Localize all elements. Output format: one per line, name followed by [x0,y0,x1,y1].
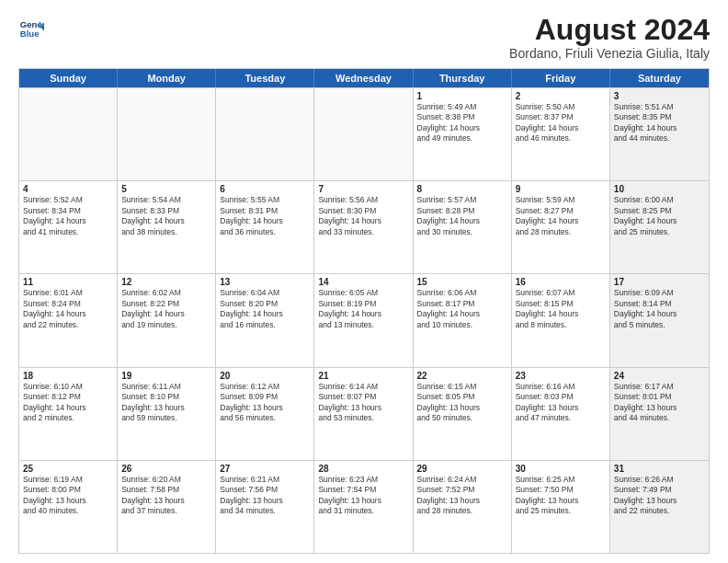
weekday-header-sunday: Sunday [19,69,118,87]
calendar-row-5: 25Sunrise: 6:19 AM Sunset: 8:00 PM Dayli… [19,460,709,553]
day-cell-24: 24Sunrise: 6:17 AM Sunset: 8:01 PM Dayli… [610,368,709,460]
day-cell-11: 11Sunrise: 6:01 AM Sunset: 8:24 PM Dayli… [19,274,118,366]
day-info: Sunrise: 6:14 AM Sunset: 8:07 PM Dayligh… [318,382,408,424]
day-number: 31 [614,464,705,474]
day-number: 21 [318,371,408,381]
month-title: August 2024 [509,15,710,44]
day-number: 10 [614,184,705,194]
header: General Blue August 2024 Bordano, Friuli… [18,15,710,61]
day-info: Sunrise: 6:26 AM Sunset: 7:49 PM Dayligh… [614,475,705,517]
day-info: Sunrise: 6:10 AM Sunset: 8:12 PM Dayligh… [23,382,113,424]
day-info: Sunrise: 6:11 AM Sunset: 8:10 PM Dayligh… [121,382,211,424]
day-number: 17 [614,277,705,287]
day-cell-26: 26Sunrise: 6:20 AM Sunset: 7:58 PM Dayli… [118,461,216,553]
day-info: Sunrise: 5:55 AM Sunset: 8:31 PM Dayligh… [220,195,310,237]
weekday-header-wednesday: Wednesday [314,69,413,87]
day-cell-7: 7Sunrise: 5:56 AM Sunset: 8:30 PM Daylig… [314,181,413,273]
day-info: Sunrise: 5:54 AM Sunset: 8:33 PM Dayligh… [121,195,211,237]
day-cell-17: 17Sunrise: 6:09 AM Sunset: 8:14 PM Dayli… [610,274,709,366]
day-number: 27 [220,464,310,474]
day-info: Sunrise: 6:06 AM Sunset: 8:17 PM Dayligh… [417,288,507,330]
day-number: 14 [318,277,408,287]
day-info: Sunrise: 5:57 AM Sunset: 8:28 PM Dayligh… [417,195,507,237]
day-number: 18 [23,371,113,381]
day-info: Sunrise: 6:16 AM Sunset: 8:03 PM Dayligh… [516,382,606,424]
empty-cell [19,88,118,180]
day-info: Sunrise: 5:56 AM Sunset: 8:30 PM Dayligh… [318,195,408,237]
day-number: 6 [220,184,310,194]
svg-text:Blue: Blue [20,29,40,39]
day-number: 20 [220,371,310,381]
weekday-header-friday: Friday [512,69,610,87]
calendar-header: SundayMondayTuesdayWednesdayThursdayFrid… [19,69,709,87]
day-info: Sunrise: 5:50 AM Sunset: 8:37 PM Dayligh… [516,102,606,144]
weekday-header-monday: Monday [118,69,216,87]
day-cell-1: 1Sunrise: 5:49 AM Sunset: 8:38 PM Daylig… [414,88,512,180]
day-number: 22 [417,371,507,381]
day-info: Sunrise: 6:21 AM Sunset: 7:56 PM Dayligh… [220,475,310,517]
day-info: Sunrise: 6:24 AM Sunset: 7:52 PM Dayligh… [417,475,507,517]
subtitle: Bordano, Friuli Venezia Giulia, Italy [509,46,710,61]
day-cell-25: 25Sunrise: 6:19 AM Sunset: 8:00 PM Dayli… [19,461,118,553]
day-cell-13: 13Sunrise: 6:04 AM Sunset: 8:20 PM Dayli… [216,274,314,366]
day-cell-5: 5Sunrise: 5:54 AM Sunset: 8:33 PM Daylig… [118,181,216,273]
day-cell-28: 28Sunrise: 6:23 AM Sunset: 7:54 PM Dayli… [314,461,413,553]
day-number: 11 [23,277,113,287]
day-info: Sunrise: 6:00 AM Sunset: 8:25 PM Dayligh… [614,195,705,237]
day-info: Sunrise: 6:20 AM Sunset: 7:58 PM Dayligh… [121,475,211,517]
day-info: Sunrise: 6:01 AM Sunset: 8:24 PM Dayligh… [23,288,113,330]
empty-cell [314,88,413,180]
calendar-row-1: 1Sunrise: 5:49 AM Sunset: 8:38 PM Daylig… [19,87,709,180]
day-info: Sunrise: 6:05 AM Sunset: 8:19 PM Dayligh… [318,288,408,330]
empty-cell [216,88,314,180]
day-number: 2 [516,91,606,101]
logo-icon: General Blue [18,15,44,40]
day-info: Sunrise: 6:23 AM Sunset: 7:54 PM Dayligh… [318,475,408,517]
day-info: Sunrise: 6:09 AM Sunset: 8:14 PM Dayligh… [614,288,705,330]
day-number: 15 [417,277,507,287]
day-info: Sunrise: 5:59 AM Sunset: 8:27 PM Dayligh… [516,195,606,237]
day-cell-21: 21Sunrise: 6:14 AM Sunset: 8:07 PM Dayli… [314,368,413,460]
title-block: August 2024 Bordano, Friuli Venezia Giul… [509,15,710,61]
day-number: 26 [121,464,211,474]
calendar: SundayMondayTuesdayWednesdayThursdayFrid… [18,68,710,554]
day-info: Sunrise: 5:49 AM Sunset: 8:38 PM Dayligh… [417,102,507,144]
day-number: 4 [23,184,113,194]
day-number: 28 [318,464,408,474]
weekday-header-tuesday: Tuesday [216,69,314,87]
day-cell-19: 19Sunrise: 6:11 AM Sunset: 8:10 PM Dayli… [118,368,216,460]
day-cell-9: 9Sunrise: 5:59 AM Sunset: 8:27 PM Daylig… [512,181,610,273]
day-cell-2: 2Sunrise: 5:50 AM Sunset: 8:37 PM Daylig… [512,88,610,180]
day-info: Sunrise: 6:25 AM Sunset: 7:50 PM Dayligh… [516,475,606,517]
calendar-row-3: 11Sunrise: 6:01 AM Sunset: 8:24 PM Dayli… [19,273,709,366]
day-cell-27: 27Sunrise: 6:21 AM Sunset: 7:56 PM Dayli… [216,461,314,553]
day-number: 16 [516,277,606,287]
weekday-header-thursday: Thursday [414,69,512,87]
day-number: 30 [516,464,606,474]
weekday-header-saturday: Saturday [610,69,709,87]
day-number: 25 [23,464,113,474]
day-cell-6: 6Sunrise: 5:55 AM Sunset: 8:31 PM Daylig… [216,181,314,273]
day-number: 1 [417,91,507,101]
day-number: 8 [417,184,507,194]
day-info: Sunrise: 6:19 AM Sunset: 8:00 PM Dayligh… [23,475,113,517]
day-cell-20: 20Sunrise: 6:12 AM Sunset: 8:09 PM Dayli… [216,368,314,460]
day-info: Sunrise: 6:04 AM Sunset: 8:20 PM Dayligh… [220,288,310,330]
day-number: 5 [121,184,211,194]
calendar-row-4: 18Sunrise: 6:10 AM Sunset: 8:12 PM Dayli… [19,367,709,460]
day-info: Sunrise: 6:02 AM Sunset: 8:22 PM Dayligh… [121,288,211,330]
day-info: Sunrise: 6:07 AM Sunset: 8:15 PM Dayligh… [516,288,606,330]
day-number: 9 [516,184,606,194]
day-info: Sunrise: 5:51 AM Sunset: 8:35 PM Dayligh… [614,102,705,144]
calendar-body: 1Sunrise: 5:49 AM Sunset: 8:38 PM Daylig… [19,87,709,553]
day-info: Sunrise: 6:15 AM Sunset: 8:05 PM Dayligh… [417,382,507,424]
day-cell-12: 12Sunrise: 6:02 AM Sunset: 8:22 PM Dayli… [118,274,216,366]
calendar-row-2: 4Sunrise: 5:52 AM Sunset: 8:34 PM Daylig… [19,180,709,273]
day-cell-15: 15Sunrise: 6:06 AM Sunset: 8:17 PM Dayli… [414,274,512,366]
day-number: 13 [220,277,310,287]
day-info: Sunrise: 6:12 AM Sunset: 8:09 PM Dayligh… [220,382,310,424]
day-info: Sunrise: 5:52 AM Sunset: 8:34 PM Dayligh… [23,195,113,237]
day-number: 24 [614,371,705,381]
empty-cell [118,88,216,180]
page: General Blue August 2024 Bordano, Friuli… [0,0,728,563]
